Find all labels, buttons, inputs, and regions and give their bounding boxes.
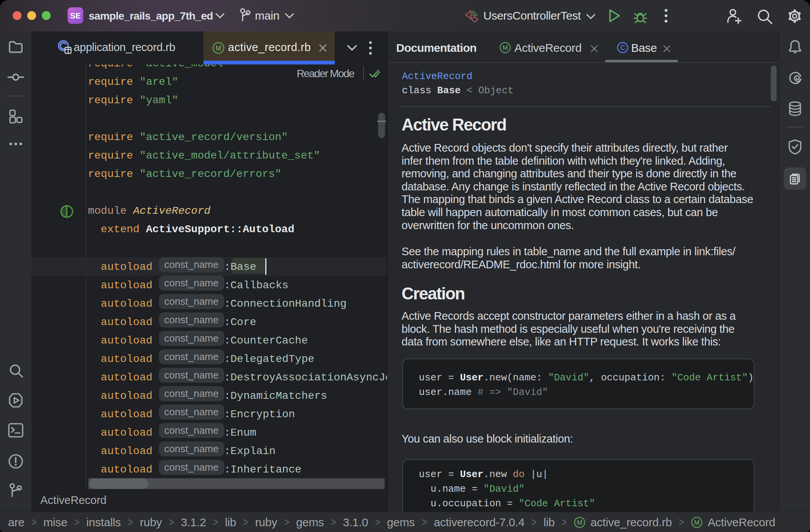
svg-text:C: C — [620, 44, 625, 51]
svg-text:M: M — [216, 45, 222, 52]
svg-text:M: M — [694, 519, 700, 526]
svg-text:M: M — [577, 519, 582, 526]
svg-text:M: M — [503, 44, 508, 51]
